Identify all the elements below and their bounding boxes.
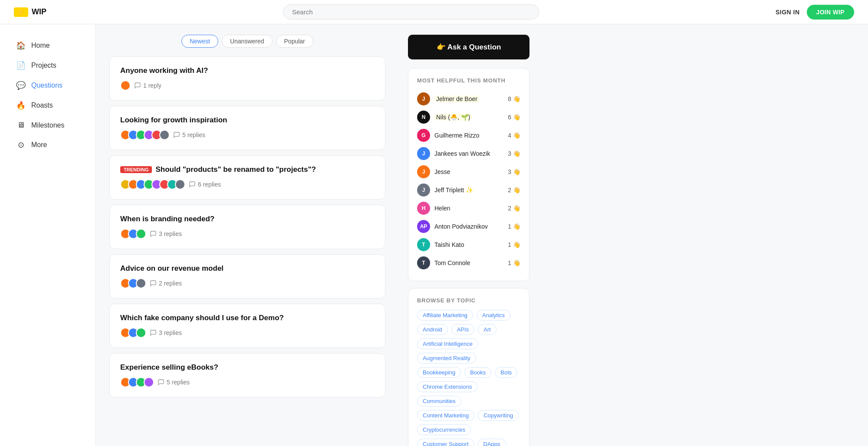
topic-tag[interactable]: Books	[464, 367, 491, 378]
logo[interactable]: ⚡ WIP	[14, 7, 46, 17]
topic-tag[interactable]: DApps	[478, 439, 506, 446]
topic-tag[interactable]: Bookkeeping	[417, 367, 461, 378]
helper-score: 4 👋	[508, 132, 520, 139]
questions-list: Anyone working with AI? 1 reply Looking …	[109, 56, 385, 397]
question-meta: 5 replies	[120, 377, 375, 387]
helper-score: 8 👋	[508, 95, 520, 102]
roasts-icon: 🔥	[16, 101, 26, 110]
question-title: When is branding needed?	[120, 215, 375, 223]
helper-row[interactable]: T Taishi Kato 1 👋	[417, 236, 520, 254]
sidebar-item-projects[interactable]: 📄Projects	[10, 56, 85, 75]
topic-tag[interactable]: Content Marketing	[417, 410, 474, 421]
reply-icon	[189, 181, 196, 188]
helper-left: J Jankees van Woezik	[417, 147, 490, 160]
helper-avatar: J	[417, 165, 430, 178]
question-title: Anyone working with AI?	[120, 66, 375, 75]
replies-count: 1 reply	[134, 82, 161, 89]
topic-tag[interactable]: Customer Support	[417, 439, 474, 446]
milestones-icon: 🖥	[16, 121, 26, 130]
helper-row[interactable]: J Jelmer de Boer 8 👋	[417, 90, 520, 108]
question-card-q4[interactable]: When is branding needed? 3 replies	[109, 205, 385, 249]
sidebar-item-roasts[interactable]: 🔥Roasts	[10, 96, 85, 115]
question-avatars	[120, 328, 146, 338]
reply-icon	[150, 280, 157, 287]
reply-icon	[158, 379, 164, 386]
question-card-q1[interactable]: Anyone working with AI? 1 reply	[109, 56, 385, 101]
sidebar-item-label: Questions	[31, 82, 62, 89]
replies-count: 5 replies	[158, 379, 190, 386]
question-card-q7[interactable]: Experience selling eBooks? 5 replies	[109, 353, 385, 397]
ask-question-button[interactable]: 👉 Ask a Question	[408, 35, 529, 59]
home-icon: 🏠	[16, 41, 26, 50]
question-meta: 3 replies	[120, 229, 375, 239]
helper-row[interactable]: T Tom Connole 1 👋	[417, 254, 520, 272]
question-avatars	[120, 179, 185, 190]
topic-tag[interactable]: Communities	[417, 396, 461, 407]
topic-tag[interactable]: Android	[417, 324, 448, 335]
sidebar-item-label: Milestones	[31, 121, 64, 129]
helper-score: 3 👋	[508, 168, 520, 175]
topic-tag[interactable]: Artificial Intelligence	[417, 338, 478, 349]
question-card-q5[interactable]: Advice on our revenue model 2 replies	[109, 254, 385, 298]
question-card-q2[interactable]: Looking for growth inspiration 5 replies	[109, 106, 385, 150]
filter-newest[interactable]: Newest	[181, 35, 218, 48]
helper-score: 1 👋	[508, 259, 520, 266]
join-button[interactable]: JOIN WIP	[807, 5, 854, 20]
topic-tags: Affiliate MarketingAnalyticsAndroidAPIsA…	[417, 310, 520, 446]
helper-left: H Helen	[417, 202, 450, 215]
helper-row[interactable]: J Jankees van Woezik 3 👋	[417, 144, 520, 163]
search-input[interactable]	[283, 4, 539, 20]
topic-tag[interactable]: APIs	[451, 324, 474, 335]
helper-row[interactable]: J Jesse 3 👋	[417, 163, 520, 181]
helper-score: 3 👋	[508, 150, 520, 157]
topic-tag[interactable]: Augmented Reality	[417, 353, 476, 364]
filter-unanswered[interactable]: Unanswered	[222, 35, 273, 48]
main-content: Newest Unanswered Popular Anyone working…	[95, 24, 399, 446]
helper-row[interactable]: N Nils (🐣, 🌱) 6 👋	[417, 108, 520, 126]
questions-icon: 💬	[16, 81, 26, 90]
more-icon: ⊙	[16, 140, 26, 150]
question-card-q3[interactable]: TRENDING Should "products" be renamed to…	[109, 155, 385, 200]
avatar	[175, 179, 185, 190]
avatar	[120, 80, 131, 91]
avatar	[136, 229, 146, 239]
reply-icon	[134, 82, 141, 89]
question-avatars	[120, 278, 146, 289]
helper-avatar: G	[417, 129, 430, 142]
filter-tabs: Newest Unanswered Popular	[109, 35, 385, 48]
topic-tag[interactable]: Analytics	[477, 310, 510, 321]
filter-popular[interactable]: Popular	[276, 35, 313, 48]
reply-icon	[150, 329, 157, 336]
question-avatars	[120, 377, 154, 387]
helper-left: T Tom Connole	[417, 256, 470, 269]
topic-tag[interactable]: Copywriting	[478, 410, 519, 421]
topic-tag[interactable]: Cryptocurrencies	[417, 424, 471, 435]
replies-count: 5 replies	[173, 131, 205, 138]
question-card-q6[interactable]: Which fake company should I use for a De…	[109, 304, 385, 348]
question-meta: 6 replies	[120, 179, 375, 190]
helper-row[interactable]: AP Anton Podviaznikov 1 👋	[417, 217, 520, 236]
reply-icon	[173, 131, 180, 138]
header: ⚡ WIP SIGN IN JOIN WIP	[0, 0, 868, 24]
replies-count: 3 replies	[150, 329, 182, 336]
helper-score: 1 👋	[508, 241, 520, 248]
sidebar-item-more[interactable]: ⊙More	[10, 136, 85, 154]
topic-tag[interactable]: Chrome Extensions	[417, 381, 477, 392]
projects-icon: 📄	[16, 61, 26, 70]
sidebar-item-home[interactable]: 🏠Home	[10, 36, 85, 55]
most-helpful-card: MOST HELPFUL THIS MONTH J Jelmer de Boer…	[408, 68, 529, 281]
layout: 🏠Home📄Projects💬Questions🔥Roasts🖥Mileston…	[0, 24, 868, 446]
helper-avatar: T	[417, 238, 430, 251]
sidebar-item-milestones[interactable]: 🖥Milestones	[10, 116, 85, 134]
sidebar-item-questions[interactable]: 💬Questions	[10, 76, 85, 95]
sidebar-item-label: Projects	[31, 62, 56, 69]
topic-tag[interactable]: Affiliate Marketing	[417, 310, 473, 321]
helper-avatar: T	[417, 256, 430, 269]
topic-tag[interactable]: Bots	[495, 367, 517, 378]
helper-left: G Guilherme Rizzo	[417, 129, 479, 142]
helper-row[interactable]: J Jeff Triplett ✨ 2 👋	[417, 181, 520, 199]
sign-in-button[interactable]: SIGN IN	[776, 9, 800, 16]
helper-row[interactable]: G Guilherme Rizzo 4 👋	[417, 126, 520, 144]
topic-tag[interactable]: Art	[478, 324, 496, 335]
helper-row[interactable]: H Helen 2 👋	[417, 199, 520, 217]
